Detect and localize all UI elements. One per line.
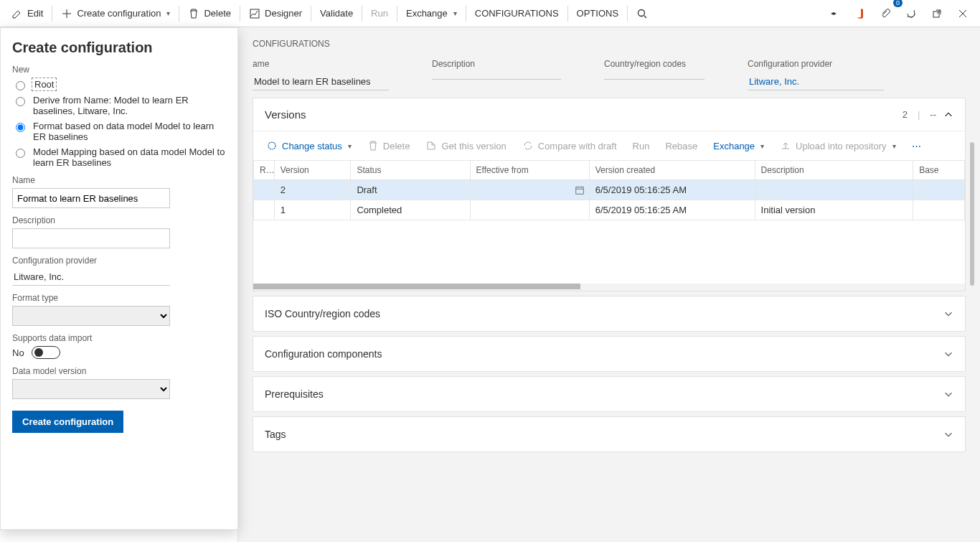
description-input[interactable] — [12, 228, 170, 248]
trash-icon — [188, 8, 199, 19]
col-version[interactable]: Version — [274, 161, 351, 180]
col-r[interactable]: R... — [254, 161, 275, 180]
run-label: Run — [371, 8, 388, 19]
designer-button[interactable]: Designer — [242, 0, 309, 27]
versions-title: Versions — [265, 108, 306, 121]
close-button[interactable] — [950, 0, 976, 27]
calendar-icon[interactable] — [575, 185, 585, 195]
cell-effective[interactable] — [470, 200, 589, 220]
cell-desc[interactable] — [755, 180, 913, 200]
radio-derive[interactable]: Derive from Name: Model to learn ER base… — [12, 95, 226, 116]
cell-base[interactable] — [913, 200, 965, 220]
left-pane: Mod Create configuration New Root Derive… — [0, 27, 238, 542]
versions-dashes: -- — [930, 109, 936, 120]
cell-created[interactable]: 6/5/2019 05:16:25 AM — [589, 200, 755, 220]
main-area: CONFIGURATIONS ame Model to learn ER bas… — [238, 27, 980, 542]
cell-version[interactable]: 1 — [274, 200, 351, 220]
chevron-up-icon[interactable] — [943, 110, 953, 120]
chevron-down-icon — [943, 389, 953, 399]
attachments-button[interactable] — [872, 0, 898, 27]
format-type-label: Format type — [12, 293, 226, 303]
name-input[interactable] — [12, 188, 170, 208]
accordion-title: Configuration components — [265, 348, 382, 360]
cell-status[interactable]: Completed — [351, 200, 470, 220]
svg-point-4 — [268, 142, 275, 149]
cell-version[interactable]: 2 — [274, 180, 351, 200]
cell-base[interactable] — [913, 180, 965, 200]
configurations-tab[interactable]: CONFIGURATIONS — [468, 0, 566, 27]
col-effective[interactable]: Effective from — [470, 161, 589, 180]
chevron-down-icon: ▾ — [453, 9, 457, 17]
vertical-scrollbar[interactable] — [970, 142, 974, 537]
radio-root[interactable]: Root — [12, 79, 226, 90]
cell-created[interactable]: 6/5/2019 05:16:25 AM — [589, 180, 755, 200]
supports-import-toggle[interactable] — [32, 346, 60, 359]
table-row[interactable]: 2 Draft 6/5/2019 05:16:25 AM — [254, 180, 965, 200]
desc-ro-value[interactable] — [432, 73, 561, 80]
col-base[interactable]: Base — [913, 161, 965, 180]
accordion-tags[interactable]: Tags — [253, 416, 966, 452]
version-exchange-button[interactable]: Exchange ▾ — [707, 134, 770, 157]
page-caption: CONFIGURATIONS — [253, 39, 966, 49]
office-button[interactable] — [847, 0, 872, 27]
radio-root-input[interactable] — [16, 81, 25, 90]
chevron-down-icon: ▾ — [892, 142, 896, 150]
chevron-down-icon: ▾ — [348, 142, 352, 150]
get-version-button: Get this version — [420, 134, 512, 157]
options-tab[interactable]: OPTIONS — [570, 0, 626, 27]
cell-effective[interactable] — [470, 180, 589, 200]
delete-label: Delete — [204, 8, 231, 19]
col-description[interactable]: Description — [755, 161, 913, 180]
create-configuration-button[interactable]: Create configuration ▾ — [54, 0, 177, 27]
col-created[interactable]: Version created — [589, 161, 755, 180]
dev-tools-button[interactable] — [821, 0, 847, 27]
edit-button[interactable]: Edit — [4, 0, 50, 27]
format-type-select[interactable] — [12, 306, 170, 326]
name-ro-value[interactable]: Model to learn ER baselines — [253, 73, 389, 90]
search-button[interactable] — [629, 0, 655, 27]
accordion-prerequisites[interactable]: Prerequisites — [253, 376, 966, 412]
provider-ro-value[interactable]: Litware, Inc. — [748, 73, 884, 90]
cell-r[interactable] — [254, 200, 275, 220]
popout-button[interactable] — [924, 0, 950, 27]
upload-icon — [780, 140, 791, 151]
accordion-iso-country[interactable]: ISO Country/region codes — [253, 296, 966, 332]
svg-rect-5 — [576, 187, 584, 195]
radio-mapping-label: Model Mapping based on data model Model … — [33, 146, 226, 168]
compare-button: Compare with draft — [517, 134, 623, 157]
radio-derive-input[interactable] — [16, 97, 25, 106]
accordion-config-components[interactable]: Configuration components — [253, 336, 966, 372]
get-version-label: Get this version — [441, 141, 506, 151]
data-model-version-select[interactable] — [12, 379, 170, 399]
exchange-button[interactable]: Exchange ▾ — [399, 0, 464, 27]
versions-grid[interactable]: R... Version Status Effective from Versi… — [253, 160, 965, 282]
create-configuration-submit[interactable]: Create configuration — [12, 411, 123, 433]
radio-mapping[interactable]: Model Mapping based on data model Model … — [12, 146, 226, 168]
cell-r[interactable] — [254, 180, 275, 200]
table-header-row: R... Version Status Effective from Versi… — [254, 161, 965, 180]
more-button[interactable]: ⋯ — [906, 134, 927, 157]
separator — [240, 6, 240, 22]
upload-button: Upload into repository ▾ — [774, 134, 901, 157]
separator — [397, 6, 397, 22]
cell-desc[interactable]: Initial version — [755, 200, 913, 220]
delete-button[interactable]: Delete — [181, 0, 238, 27]
chevron-down-icon: ▾ — [166, 9, 170, 17]
validate-label: Validate — [320, 8, 353, 19]
table-row[interactable]: 1 Completed 6/5/2019 05:16:25 AM Initial… — [254, 200, 965, 220]
close-icon — [957, 8, 969, 19]
col-status[interactable]: Status — [351, 161, 470, 180]
chevron-down-icon — [943, 429, 953, 439]
country-ro-value[interactable] — [604, 73, 705, 80]
change-status-button[interactable]: Change status ▾ — [260, 134, 357, 157]
radio-mapping-input[interactable] — [16, 149, 25, 158]
designer-label: Designer — [265, 8, 302, 19]
radio-format[interactable]: Format based on data model Model to lear… — [12, 121, 226, 142]
radio-format-label: Format based on data model Model to lear… — [33, 121, 226, 142]
accordion-title: Tags — [265, 429, 286, 440]
validate-button[interactable]: Validate — [313, 0, 360, 27]
cell-status[interactable]: Draft — [351, 180, 470, 200]
radio-format-input[interactable] — [16, 123, 25, 132]
horizontal-scrollbar[interactable] — [253, 284, 965, 291]
popout-icon — [931, 8, 943, 19]
